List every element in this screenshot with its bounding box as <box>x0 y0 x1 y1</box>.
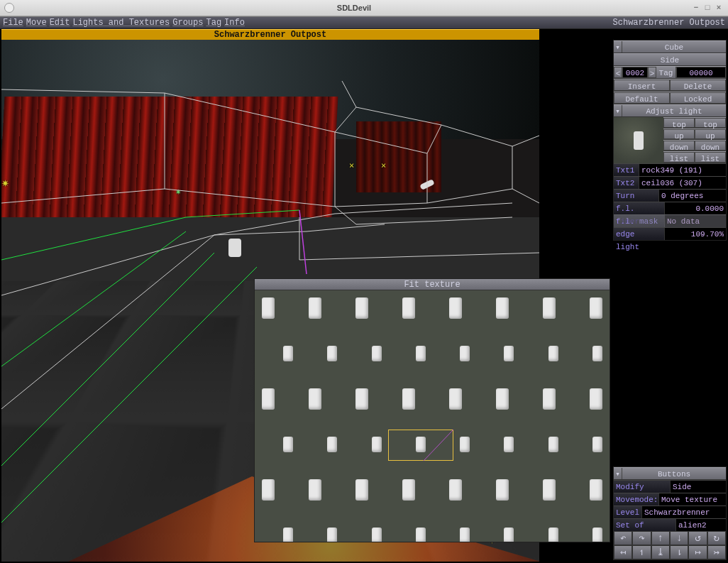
move-down-icon[interactable]: ↓ <box>670 531 688 545</box>
viewport-title: Schwarzbrenner Outpost <box>1 29 539 40</box>
menu-groups[interactable]: Groups <box>172 18 203 28</box>
cube-header: Cube <box>622 41 726 53</box>
sottxt-label: Set of Txts.: <box>614 519 676 531</box>
insert-button[interactable]: Insert <box>614 80 670 91</box>
txt1-label: Txt1 <box>614 164 639 176</box>
list-button-2[interactable]: list <box>695 152 726 163</box>
texture-selection[interactable] <box>388 430 453 461</box>
level-label: Level <box>614 506 642 518</box>
menu-bar: File Move Edit Lights and Textures Group… <box>0 16 728 29</box>
cube-panel: ▾Cube Side < 0002 > Tag 00000 InsertDele… <box>613 40 727 241</box>
buttons-collapse[interactable]: ▾ <box>614 468 622 479</box>
down-button-2[interactable]: down <box>695 141 726 151</box>
fit-texture-title: Fit texture <box>255 279 610 290</box>
fl-mask-label: f.l. mask <box>614 215 665 227</box>
tag-label: Tag <box>656 67 676 78</box>
buttons-header: Buttons <box>622 468 726 479</box>
sottxt-value[interactable]: alien2 <box>676 519 726 531</box>
locked-button[interactable]: Locked <box>670 92 726 104</box>
menu-edit[interactable]: Edit <box>50 18 70 28</box>
cube-header-collapse[interactable]: ▾ <box>614 41 622 53</box>
list-button-1[interactable]: list <box>663 152 695 163</box>
fl-timer-label: f.l. timer <box>614 202 665 214</box>
id-input[interactable]: 0002 <box>622 67 648 78</box>
top-button-1[interactable]: top <box>663 118 695 128</box>
buttons-panel: ▾Buttons Modify what:Side Movemode:Move … <box>613 466 727 560</box>
window-titlebar: SDLDevil − □ × <box>0 0 728 16</box>
modify-value[interactable]: Side <box>671 481 726 493</box>
arrow-downright-icon[interactable]: ⇂ <box>670 545 688 559</box>
app-icon <box>4 3 14 13</box>
adjust-collapse[interactable]: ▾ <box>614 105 622 116</box>
txt2-value[interactable]: ceil036 (307) <box>639 177 726 189</box>
menu-tag[interactable]: Tag <box>206 18 221 28</box>
minimize-button[interactable]: − <box>691 3 701 13</box>
fit-texture-window[interactable]: Fit texture <box>254 278 610 542</box>
menu-level-name: Schwarzbrenner Outpost <box>613 18 725 28</box>
id-prev-button[interactable]: < <box>614 67 622 78</box>
txt2-label: Txt2 <box>614 177 639 189</box>
delete-button[interactable]: Delete <box>670 80 726 91</box>
rotate-cw-icon[interactable]: ↷ <box>632 531 651 545</box>
arrow-right2-icon[interactable]: ↣ <box>707 545 726 559</box>
modify-label: Modify what: <box>614 481 671 493</box>
txt1-value[interactable]: rock349 (191) <box>639 164 726 176</box>
movemode-label: Movemode: <box>614 493 659 505</box>
arrow-upleft-icon[interactable]: ↿ <box>632 545 651 559</box>
spin-left-icon[interactable]: ↺ <box>688 531 707 545</box>
menu-lights-textures[interactable]: Lights and Textures <box>72 18 170 28</box>
top-button-2[interactable]: top <box>695 118 726 128</box>
edge-light-label: edge light <box>614 228 665 240</box>
arrow-down2-icon[interactable]: ⤓ <box>651 545 670 559</box>
turn-value[interactable]: 0 degrees <box>659 190 726 202</box>
arrow-right-icon[interactable]: ↦ <box>688 545 707 559</box>
turn-label: Turn txt2 <box>614 190 659 202</box>
window-title: SDLDevil <box>17 4 691 12</box>
spin-right-icon[interactable]: ↻ <box>707 531 726 545</box>
up-button-1[interactable]: up <box>663 129 695 139</box>
id-next-button[interactable]: > <box>648 67 656 78</box>
rotate-ccw-icon[interactable]: ↶ <box>614 531 632 545</box>
menu-move[interactable]: Move <box>26 18 47 28</box>
arrow-left-icon[interactable]: ↤ <box>614 545 632 559</box>
tag-input[interactable]: 00000 <box>676 67 726 78</box>
close-button[interactable]: × <box>714 3 724 13</box>
level-value[interactable]: Schwarzbrenner Ou <box>642 506 726 518</box>
up-button-2[interactable]: up <box>695 129 726 139</box>
move-up-icon[interactable]: ↑ <box>651 531 670 545</box>
movemode-value[interactable]: Move texture <box>659 493 726 505</box>
edge-light-value[interactable]: 109.70% <box>665 228 726 240</box>
fit-texture-body[interactable] <box>255 290 610 542</box>
down-button-1[interactable]: down <box>663 141 695 151</box>
fl-timer-value[interactable]: 0.0000 <box>665 202 726 214</box>
adjust-light-label: Adjust light <box>622 105 726 116</box>
fl-mask-value: No data <box>665 215 726 227</box>
maximize-button[interactable]: □ <box>702 3 712 13</box>
texture-preview[interactable] <box>614 117 663 163</box>
default-button[interactable]: Default <box>614 92 670 104</box>
side-label: Side <box>614 54 726 65</box>
menu-file[interactable]: File <box>3 18 23 28</box>
menu-info[interactable]: Info <box>224 18 245 28</box>
